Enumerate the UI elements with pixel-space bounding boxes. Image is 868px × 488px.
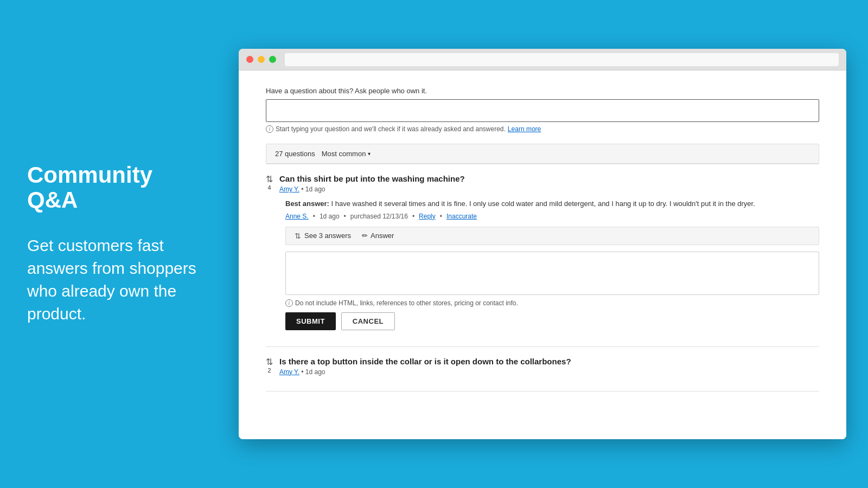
answer-label-1: Answer: [371, 232, 394, 240]
ask-input[interactable]: [266, 99, 819, 122]
reply-link-1[interactable]: Reply: [419, 213, 436, 220]
ask-hint: i Start typing your question and we'll c…: [266, 125, 819, 133]
question-block-2: ⇅ 2 Is there a top button inside the col…: [266, 347, 819, 391]
asker-link-1[interactable]: Amy Y.: [279, 185, 299, 193]
page-title: Community Q&A: [27, 163, 201, 213]
vote-widget-2[interactable]: ⇅ 2: [266, 357, 273, 374]
page-subtitle: Get customers fast answers from shoppers…: [27, 234, 201, 325]
see-answers-arrows-icon: ⇅: [295, 232, 301, 240]
left-panel: Community Q&A Get customers fast answers…: [0, 130, 228, 358]
answers-actions-bar-1: ⇅ See 3 answers ✏ Answer: [285, 227, 819, 245]
asker-link-2[interactable]: Amy Y.: [279, 368, 299, 376]
best-answer-text-1: Best answer: I have washed it several ti…: [285, 198, 819, 209]
question-meta-1: Amy Y. • 1d ago: [279, 185, 819, 193]
browser-window: Have a question about this? Ask people w…: [239, 49, 846, 439]
ask-question-section: Have a question about this? Ask people w…: [266, 87, 819, 133]
see-answers-label-1: See 3 answers: [304, 232, 351, 240]
asked-time-sep-2: •: [301, 368, 305, 376]
question-title-2: Is there a top button inside the collar …: [279, 357, 819, 366]
question-content-1: Can this shirt be put into the washing m…: [279, 174, 819, 193]
answerer-link-1[interactable]: Anne S.: [285, 213, 309, 220]
traffic-light-yellow[interactable]: [258, 56, 265, 63]
answer-info-text-1: Do not include HTML, links, references t…: [295, 299, 518, 307]
submit-button-1[interactable]: SUBMIT: [285, 312, 336, 330]
asked-time-1: •: [301, 185, 305, 193]
questions-filter-bar: 27 questions Most common ▾: [266, 144, 819, 164]
learn-more-link[interactable]: Learn more: [508, 125, 541, 133]
browser-titlebar: [239, 49, 846, 70]
questions-count: 27 questions: [275, 150, 315, 158]
info-icon: i: [266, 125, 273, 133]
answer-meta-1: Anne S. • 1d ago • purchased 12/13/16 • …: [285, 213, 819, 220]
question-content-2: Is there a top button inside the collar …: [279, 357, 819, 376]
vote-arrows-icon-2: ⇅: [266, 357, 273, 367]
answer-link-1[interactable]: ✏ Answer: [362, 232, 394, 240]
chevron-down-icon: ▾: [368, 151, 371, 157]
ask-label: Have a question about this? Ask people w…: [266, 87, 819, 95]
best-answer-body: I have washed it several times and it is…: [329, 200, 755, 208]
best-answer-prefix: Best answer:: [285, 200, 329, 208]
traffic-light-green[interactable]: [269, 56, 276, 63]
inaccurate-link-1[interactable]: Inaccurate: [446, 213, 477, 220]
asked-time-value-1: 1d ago: [305, 185, 326, 193]
purchased-sep: •: [344, 213, 346, 220]
question-meta-2: Amy Y. • 1d ago: [279, 368, 819, 376]
reply-sep: •: [412, 213, 414, 220]
form-buttons-1: SUBMIT CANCEL: [285, 312, 819, 330]
pencil-icon: ✏: [362, 232, 368, 240]
answered-time-sep: •: [313, 213, 315, 220]
answer-info-icon: i: [285, 299, 293, 307]
question-header-1: ⇅ 4 Can this shirt be put into the washi…: [266, 174, 819, 193]
asked-time-value-2: 1d ago: [305, 368, 326, 376]
question-title-1: Can this shirt be put into the washing m…: [279, 174, 819, 183]
question-block-1: ⇅ 4 Can this shirt be put into the washi…: [266, 164, 819, 347]
answer-form-1: i Do not include HTML, links, references…: [285, 252, 819, 330]
address-bar[interactable]: [285, 53, 839, 66]
purchased-info-1: purchased 12/13/16: [350, 213, 408, 220]
sort-dropdown[interactable]: Most common ▾: [322, 150, 371, 158]
cancel-button-1[interactable]: CANCEL: [341, 312, 395, 330]
answered-time-1: 1d ago: [320, 213, 340, 220]
ask-hint-text: Start typing your question and we'll che…: [276, 125, 506, 133]
answer-textarea-1[interactable]: [285, 252, 819, 295]
vote-count-2: 2: [267, 367, 271, 374]
best-answer-section-1: Best answer: I have washed it several ti…: [285, 198, 819, 220]
sort-label: Most common: [322, 150, 366, 158]
question-header-2: ⇅ 2 Is there a top button inside the col…: [266, 357, 819, 376]
traffic-light-red[interactable]: [246, 56, 253, 63]
vote-count-1: 4: [267, 184, 271, 191]
vote-widget-1[interactable]: ⇅ 4: [266, 174, 273, 191]
browser-content: Have a question about this? Ask people w…: [239, 70, 846, 439]
inaccurate-sep: •: [440, 213, 442, 220]
answer-info-hint-1: i Do not include HTML, links, references…: [285, 299, 819, 307]
see-answers-button-1[interactable]: ⇅ See 3 answers: [295, 232, 351, 240]
vote-arrows-icon: ⇅: [266, 174, 273, 184]
